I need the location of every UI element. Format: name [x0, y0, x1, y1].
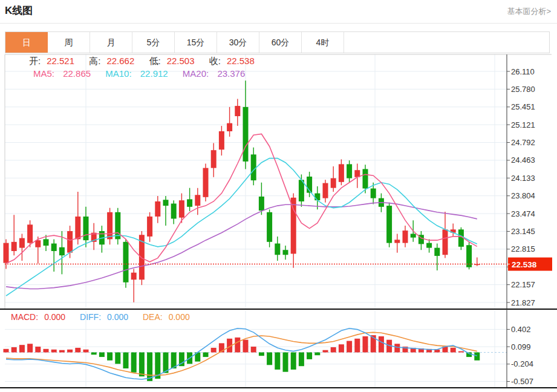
low-value: 22.503: [167, 56, 195, 66]
dea-value-legend: DEA:0.000: [143, 312, 196, 322]
open-value: 22.521: [47, 56, 74, 66]
svg-text:26.110: 26.110: [511, 67, 535, 76]
ma-legend: MA5: 22.865 MA10: 22.912 MA20: 23.376: [33, 68, 257, 79]
svg-text:24.463: 24.463: [511, 155, 535, 165]
kline-macd-canvas[interactable]: 26.11025.78025.45125.12124.79224.46324.1…: [0, 53, 557, 392]
svg-text:24.792: 24.792: [511, 138, 535, 147]
tab-15分[interactable]: 15分: [175, 32, 217, 53]
ma5-legend: MA5: 22.865: [33, 68, 97, 79]
svg-text:25.780: 25.780: [511, 85, 535, 94]
svg-text:21.827: 21.827: [511, 298, 535, 307]
fundamental-analysis-link[interactable]: 基本面分析>: [507, 6, 551, 17]
svg-text:23.804: 23.804: [511, 191, 535, 200]
open-label: 开:22.521: [29, 56, 80, 66]
svg-text:0.099: 0.099: [511, 342, 531, 351]
close-label: 收:22.538: [209, 56, 261, 66]
svg-text:25.451: 25.451: [511, 102, 535, 111]
svg-text:22.538: 22.538: [512, 260, 537, 269]
macd-value-legend: MACD:0.000: [11, 312, 71, 322]
tab-60分[interactable]: 60分: [259, 32, 302, 53]
kline-page: { "header": { "title": "K线图", "link": "基…: [0, 0, 557, 392]
svg-text:0.402: 0.402: [511, 325, 531, 334]
svg-text:24.133: 24.133: [511, 174, 535, 183]
diff-value-legend: DIFF:0.000: [80, 312, 134, 322]
period-tabbar: 日周月5分15分30分60分4时: [5, 31, 550, 53]
low-label: 低:22.503: [149, 56, 200, 66]
ohlc-legend: 开:22.521 高:22.662 低:22.503 收:22.538: [29, 56, 267, 67]
tab-4时[interactable]: 4时: [302, 32, 344, 53]
svg-text:25.121: 25.121: [511, 120, 535, 129]
svg-text:22.157: 22.157: [511, 280, 535, 289]
svg-text:-0.507: -0.507: [511, 377, 533, 386]
tab-30分[interactable]: 30分: [217, 32, 259, 53]
tab-月[interactable]: 月: [90, 32, 132, 53]
svg-text:22.815: 22.815: [511, 244, 535, 253]
macd-legend: MACD:0.000 DIFF:0.000 DEA:0.000: [11, 312, 202, 322]
svg-text:-0.204: -0.204: [511, 359, 533, 368]
header-divider: [0, 23, 557, 24]
page-title: K线图: [5, 4, 33, 18]
high-value: 22.662: [106, 56, 134, 66]
high-label: 高:22.662: [89, 56, 140, 66]
svg-text:23.474: 23.474: [511, 209, 535, 218]
kline-chart-area: 26.11025.78025.45125.12124.79224.46324.1…: [0, 53, 557, 392]
svg-text:23.145: 23.145: [511, 227, 535, 236]
close-value: 22.538: [227, 56, 255, 66]
tab-周[interactable]: 周: [48, 32, 90, 53]
ma20-legend: MA20: 23.376: [183, 68, 251, 79]
ma10-legend: MA10: 22.912: [105, 68, 174, 79]
tab-5分[interactable]: 5分: [132, 32, 175, 53]
tab-日[interactable]: 日: [5, 32, 48, 53]
